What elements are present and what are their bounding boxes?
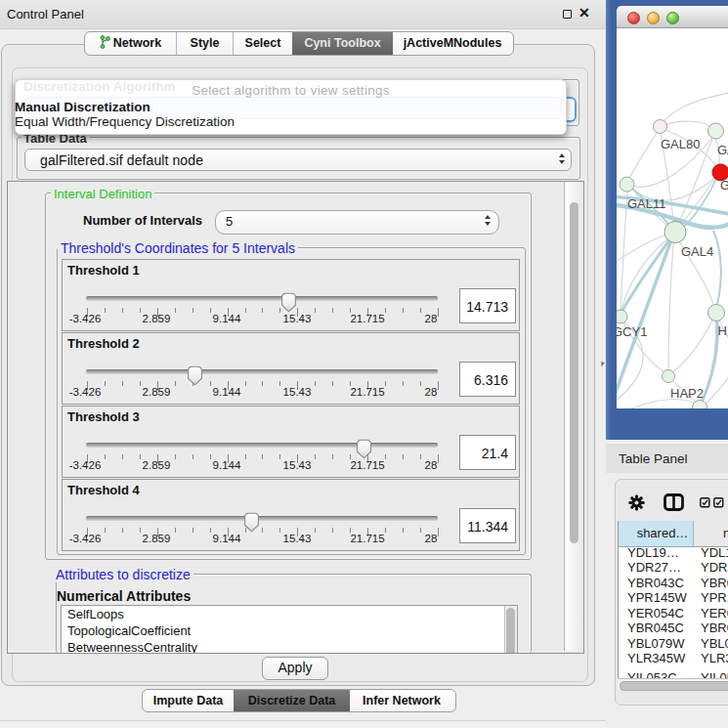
svg-text:HAP2: HAP2 [670,386,704,401]
svg-text:GAL11: GAL11 [627,196,666,211]
svg-text:GAL4: GAL4 [681,244,713,259]
svg-text:G: G [720,178,728,193]
svg-text:H: H [718,323,727,338]
svg-text:GAL80: GAL80 [661,137,700,151]
svg-text:GCY1: GCY1 [617,324,647,339]
svg-text:GA: GA [717,143,728,157]
